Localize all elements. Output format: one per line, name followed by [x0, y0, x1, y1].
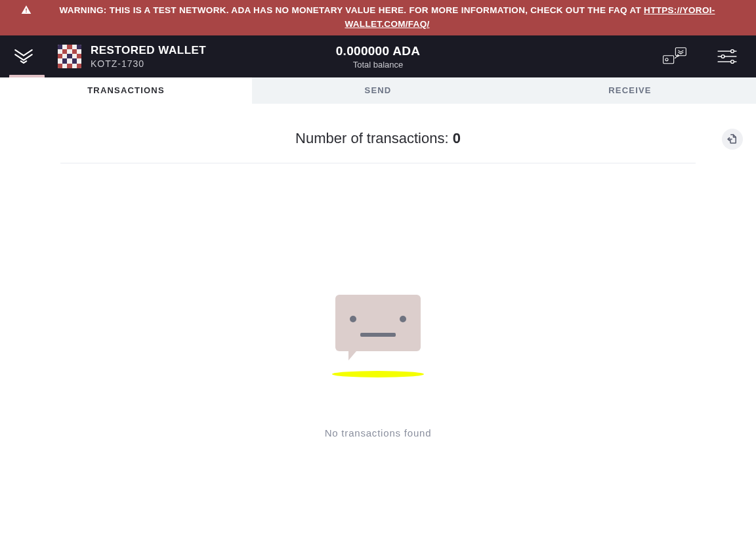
- transfer-button[interactable]: [662, 45, 688, 68]
- active-wallet-indicator: [9, 75, 45, 77]
- wallet-name: RESTORED WALLET: [91, 44, 206, 57]
- file-export-icon: [726, 133, 738, 145]
- balance-label: Total balance: [336, 59, 421, 69]
- empty-illustration: [332, 295, 424, 377]
- wallet-info: RESTORED WALLET KOTZ-1730: [91, 44, 206, 69]
- empty-state: No transactions found: [39, 295, 717, 438]
- settings-button[interactable]: [714, 45, 740, 68]
- balance-block: 0.000000 ADA Total balance: [336, 43, 421, 69]
- empty-shadow: [332, 371, 424, 377]
- svg-point-2: [665, 58, 668, 61]
- transaction-count: Number of transactions: 0: [39, 130, 717, 147]
- export-transactions-button[interactable]: [722, 129, 743, 150]
- svg-rect-1: [663, 56, 674, 64]
- settings-sliders-icon: [717, 47, 738, 66]
- warning-triangle-icon: [21, 5, 32, 15]
- transfer-icon: [662, 45, 688, 68]
- svg-point-8: [731, 60, 734, 63]
- transactions-panel: Number of transactions: 0 No transaction…: [0, 104, 756, 438]
- wallet-id: KOTZ-1730: [91, 58, 206, 69]
- svg-rect-0: [675, 48, 686, 56]
- transaction-count-label: Number of transactions:: [295, 130, 453, 146]
- brand-logo[interactable]: [8, 41, 39, 72]
- svg-point-6: [731, 49, 734, 53]
- warning-prefix: WARNING: THIS IS A TEST NETWORK. ADA HAS…: [59, 5, 644, 15]
- app-header: RESTORED WALLET KOTZ-1730 0.000000 ADA T…: [0, 35, 756, 77]
- tab-receive[interactable]: RECEIVE: [504, 77, 756, 104]
- tab-transactions[interactable]: TRANSACTIONS: [0, 77, 252, 104]
- divider: [60, 163, 696, 163]
- empty-state-text: No transactions found: [325, 427, 432, 438]
- svg-point-7: [721, 54, 724, 58]
- yoroi-logo-icon: [12, 45, 35, 68]
- empty-face-icon: [335, 295, 421, 351]
- wallet-tabs: TRANSACTIONS SEND RECEIVE: [0, 77, 756, 104]
- balance-amount: 0.000000 ADA: [336, 43, 421, 58]
- test-network-warning: WARNING: THIS IS A TEST NETWORK. ADA HAS…: [0, 0, 756, 35]
- tab-send[interactable]: SEND: [252, 77, 504, 104]
- wallet-identicon[interactable]: [58, 45, 81, 68]
- transaction-count-value: 0: [453, 130, 461, 146]
- warning-text: WARNING: THIS IS A TEST NETWORK. ADA HAS…: [39, 4, 735, 32]
